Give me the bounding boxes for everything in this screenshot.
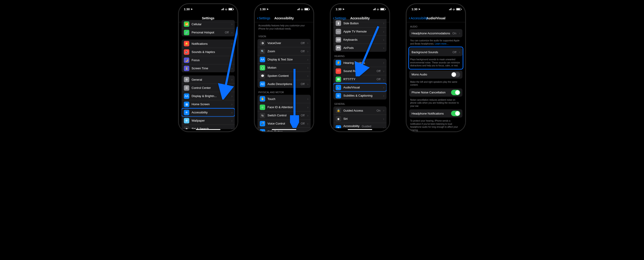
- row-label: Background Sounds: [412, 50, 450, 54]
- chevron-right-icon: ›: [383, 21, 384, 25]
- row-apple-tv-remote[interactable]: ▭Apple TV Remote›: [333, 27, 386, 36]
- battery-icon: [380, 8, 385, 10]
- battery-icon: [456, 8, 461, 10]
- keyboard-icon: ⌨: [336, 37, 341, 42]
- learn-more-link[interactable]: Learn more…: [435, 42, 448, 45]
- back-button[interactable]: ‹Settings: [257, 16, 270, 20]
- notch: [270, 4, 298, 10]
- row-sound-recognition[interactable]: 〰Sound Reco...Off›: [333, 67, 386, 75]
- row-headphone-accommodations[interactable]: Headphone Accommodations On ›: [409, 29, 462, 37]
- row-motion[interactable]: ◯Motion›: [258, 64, 311, 72]
- row-guided-access[interactable]: 🔒Guided AccessOn›: [333, 106, 386, 114]
- row-face-id-attention[interactable]: ☺Face ID & Attention›: [258, 103, 311, 111]
- row-airpods[interactable]: ᖰᖳAirPods›: [333, 44, 386, 52]
- row-voiceover[interactable]: ◑VoiceOverOff›: [258, 39, 311, 47]
- row-cellular[interactable]: 📶Cellular›: [182, 20, 235, 28]
- row-mono-audio[interactable]: Mono Audio: [409, 70, 462, 79]
- row-label: Cellular: [192, 22, 228, 26]
- grid-icon: ▦: [184, 102, 189, 107]
- section-hearing: HEARING: [333, 52, 386, 59]
- home-indicator[interactable]: [272, 129, 296, 130]
- row-label: Headphone Accommodations: [412, 32, 450, 35]
- home-indicator[interactable]: [196, 129, 220, 130]
- navbar: ‹Settings Accessibility: [255, 14, 313, 22]
- touch-icon: ✋: [260, 96, 265, 102]
- row-focus[interactable]: 🌙Focus›: [182, 56, 235, 64]
- row-label: Screen Time: [192, 66, 228, 70]
- section-physical: PHYSICAL AND MOTOR: [258, 88, 311, 95]
- row-value: Off: [376, 69, 380, 73]
- row-hearing-devices[interactable]: 👂Hearing Devices›: [333, 59, 386, 67]
- row-accessibility[interactable]: ✲Accessibility›: [182, 108, 235, 116]
- row-notifications[interactable]: 🔔Notifications›: [182, 40, 235, 48]
- aa-icon: AA: [184, 94, 189, 99]
- row-display-brightness[interactable]: AADisplay & Brightn...›: [182, 92, 235, 100]
- signal-icon: [221, 8, 224, 10]
- headphone-notif-toggle[interactable]: [451, 111, 460, 116]
- row-control-center[interactable]: ☰Control Center›: [182, 84, 235, 92]
- flower-icon: ❁: [184, 118, 189, 124]
- row-value: Off: [301, 41, 304, 45]
- row-label: Voice Control: [268, 122, 298, 125]
- bell-icon: 🔔: [184, 41, 189, 46]
- row-personal-hotspot[interactable]: 🔗Personal HotspotOff›: [182, 28, 235, 36]
- row-subtitles-captioning[interactable]: ⊟Subtitles & Captioning›: [333, 91, 386, 100]
- back-button[interactable]: ‹Accessibility: [409, 16, 428, 20]
- row-audio-descriptions[interactable]: ADAudio DescriptionsOff›: [258, 80, 311, 88]
- row-switch-control[interactable]: ⇆Switch ControlOff›: [258, 111, 311, 119]
- aa-icon: AA: [260, 57, 265, 62]
- row-spoken-content[interactable]: 💬Spoken Content›: [258, 72, 311, 80]
- notch: [346, 4, 374, 10]
- switch-icon: ⇆: [260, 113, 265, 118]
- row-accessibility-shortcut[interactable]: ✲AccessibilityShortcutGuided Access›: [333, 123, 386, 128]
- time-label: 1:30: [184, 8, 190, 11]
- location-icon: ➤: [191, 8, 193, 11]
- chevron-right-icon: ›: [459, 50, 460, 54]
- chevron-right-icon: ›: [231, 86, 232, 90]
- mono-audio-toggle[interactable]: [451, 72, 460, 77]
- sidebutton-icon: ▮: [336, 20, 341, 26]
- noise-cancel-toggle[interactable]: [451, 90, 460, 95]
- row-screen-time[interactable]: ⏳Screen Time›: [182, 64, 235, 72]
- row-wallpaper[interactable]: ❁Wallpaper›: [182, 116, 235, 124]
- row-keyboards[interactable]: ⌨Keyboards›: [333, 36, 386, 44]
- row-siri[interactable]: ◉Siri›: [333, 114, 386, 123]
- home-indicator[interactable]: [348, 129, 372, 130]
- row-label: Personal Hotspot: [192, 31, 222, 34]
- row-display-text-size[interactable]: AADisplay & Text Size›: [258, 55, 311, 64]
- chevron-right-icon: ›: [383, 61, 384, 64]
- row-background-sounds[interactable]: Background Sounds Off ›: [409, 48, 462, 56]
- row-zoom[interactable]: 🔍ZoomOff›: [258, 47, 311, 55]
- phone-audio-visual: 1:30➤ ‹Accessibility Audio/Visual AUDIO …: [406, 4, 465, 131]
- soundrec-icon: 〰: [336, 68, 341, 74]
- row-label: Display & Text Size: [268, 58, 304, 61]
- row-audio-visual[interactable]: 🔈Audio/Visual›: [333, 83, 386, 91]
- row-label: Headphone Notifications: [412, 112, 449, 115]
- shortcut-icon: ✲: [336, 125, 341, 128]
- row-sounds-haptics[interactable]: 🔊Sounds & Haptics›: [182, 48, 235, 56]
- row-label: Display & Brightn...: [192, 94, 228, 98]
- chevron-right-icon: ›: [383, 86, 384, 89]
- row-rtt-tty[interactable]: ☎RTT/TTYOff›: [333, 75, 386, 83]
- row-label: Phone Noise Cancellation: [412, 91, 449, 94]
- row-side-button[interactable]: ▮Side Button›: [333, 19, 386, 27]
- row-siri-search[interactable]: ◉Siri & Search›: [182, 124, 235, 129]
- siri-icon: ◉: [184, 126, 189, 129]
- row-noise-cancellation[interactable]: Phone Noise Cancellation: [409, 88, 462, 96]
- rtt-icon: ☎: [336, 76, 341, 82]
- back-label: Settings: [259, 16, 270, 20]
- row-label: Accessibility: [192, 111, 228, 114]
- row-label: Wallpaper: [192, 119, 228, 122]
- time-label: 1:30: [412, 8, 418, 11]
- signal-icon: [449, 8, 452, 10]
- antenna-icon: 📶: [184, 21, 189, 27]
- row-general[interactable]: ⚙︎General›: [182, 76, 235, 84]
- wifi-icon: [300, 8, 304, 10]
- row-voice-control[interactable]: 🎤Voice ControlOff›: [258, 119, 311, 128]
- row-touch[interactable]: ✋Touch›: [258, 95, 311, 103]
- chevron-right-icon: ›: [459, 31, 460, 35]
- chevron-right-icon: ›: [231, 58, 232, 62]
- row-home-screen[interactable]: ▦Home Screen›: [182, 100, 235, 108]
- row-headphone-notifications[interactable]: Headphone Notifications: [409, 109, 462, 118]
- chevron-right-icon: ›: [307, 41, 308, 45]
